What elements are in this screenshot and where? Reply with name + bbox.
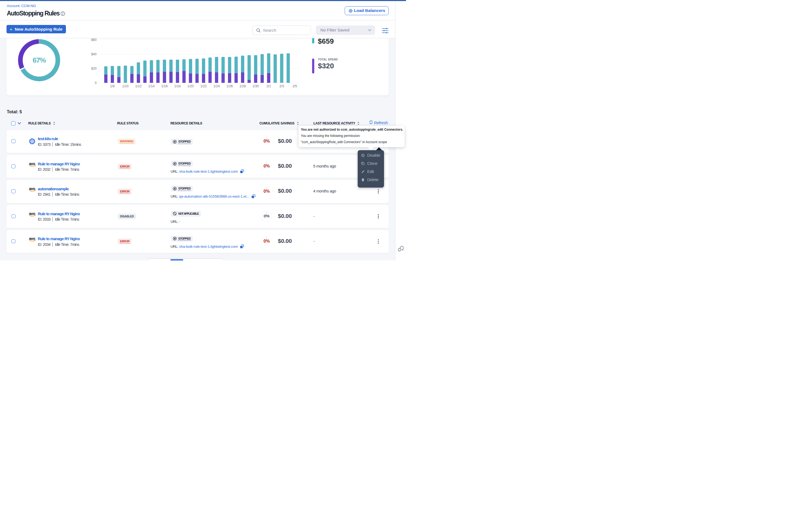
- svg-text:1/14: 1/14: [148, 84, 155, 88]
- svg-text:1/30: 1/30: [252, 84, 259, 88]
- svg-text:aws: aws: [29, 162, 36, 166]
- svg-text:67%: 67%: [33, 56, 46, 64]
- svg-text:1/26: 1/26: [226, 84, 233, 88]
- svg-text:0: 0: [95, 81, 97, 85]
- svg-text:$60: $60: [91, 38, 97, 42]
- svg-text:1/20: 1/20: [187, 84, 194, 88]
- svg-text:1/24: 1/24: [213, 84, 220, 88]
- svg-text:1/8: 1/8: [110, 84, 115, 88]
- svg-text:$40: $40: [91, 52, 97, 56]
- svg-text:$20: $20: [91, 67, 97, 70]
- svg-text:2/3: 2/3: [280, 84, 284, 88]
- svg-text:2/1: 2/1: [266, 84, 271, 88]
- svg-text:aws: aws: [29, 212, 36, 216]
- svg-text:1/16: 1/16: [161, 84, 168, 88]
- svg-text:1/18: 1/18: [174, 84, 181, 88]
- svg-text:1/22: 1/22: [200, 84, 207, 88]
- svg-text:aws: aws: [29, 187, 36, 191]
- svg-text:2/5: 2/5: [293, 84, 297, 88]
- svg-text:1/12: 1/12: [135, 84, 142, 88]
- svg-text:aws: aws: [29, 237, 36, 241]
- svg-text:1/10: 1/10: [122, 84, 129, 88]
- svg-text:1/28: 1/28: [239, 84, 246, 88]
